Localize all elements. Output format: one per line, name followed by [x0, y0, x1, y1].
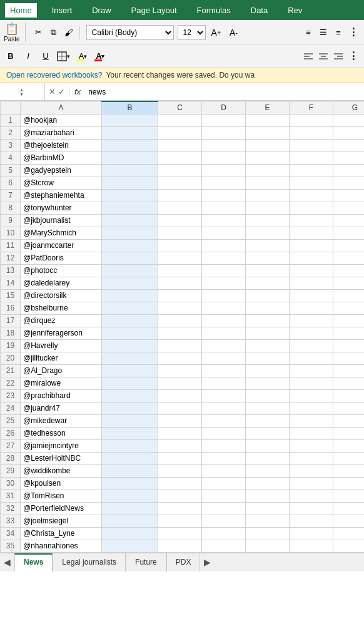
cell-E28[interactable]: [246, 452, 290, 464]
col-header-A[interactable]: A: [21, 101, 102, 114]
cell-C29[interactable]: [158, 464, 202, 477]
cell-E24[interactable]: [246, 402, 290, 414]
cell-F29[interactable]: [290, 464, 333, 477]
text-align-center-button[interactable]: [316, 49, 330, 63]
cell-B3[interactable]: [102, 139, 158, 151]
text-align-right-button[interactable]: [331, 49, 345, 63]
cell-D20[interactable]: [202, 352, 246, 364]
cell-G21[interactable]: [333, 364, 365, 377]
font-shrink-button[interactable]: A-: [227, 26, 241, 39]
cell-B19[interactable]: [102, 339, 158, 352]
cell-F5[interactable]: [290, 164, 333, 177]
copy-button[interactable]: ⧉: [47, 26, 61, 39]
cell-G33[interactable]: [333, 515, 365, 527]
cell-F13[interactable]: [290, 264, 333, 277]
cell-G7[interactable]: [333, 189, 365, 202]
highlight-color-button[interactable]: A ▾: [74, 49, 88, 63]
ribbon-tab-insert[interactable]: Insert: [47, 3, 78, 18]
cell-G35[interactable]: [333, 540, 365, 552]
cell-D17[interactable]: [202, 314, 246, 327]
cell-C1[interactable]: [158, 114, 202, 126]
cell-G27[interactable]: [333, 439, 365, 452]
cell-E5[interactable]: [246, 164, 290, 177]
cell-B8[interactable]: [102, 202, 158, 214]
cell-E26[interactable]: [246, 427, 290, 439]
cell-C5[interactable]: [158, 164, 202, 177]
col-header-B[interactable]: B: [102, 101, 158, 114]
cell-E6[interactable]: [246, 177, 290, 189]
cell-B5[interactable]: [102, 164, 158, 177]
sheet-tab-future[interactable]: Future: [126, 553, 166, 572]
cell-C9[interactable]: [158, 214, 202, 227]
cell-C6[interactable]: [158, 177, 202, 189]
cell-A25[interactable]: @mikedewar: [21, 414, 102, 427]
cell-E33[interactable]: [246, 515, 290, 527]
cell-F20[interactable]: [290, 352, 333, 364]
cell-C31[interactable]: [158, 490, 202, 502]
more-format-button[interactable]: ⋮: [346, 49, 360, 63]
cell-A22[interactable]: @miralowe: [21, 377, 102, 389]
cell-B21[interactable]: [102, 364, 158, 377]
sheet-tab-news[interactable]: News: [14, 553, 53, 572]
cell-F9[interactable]: [290, 214, 333, 227]
formula-confirm-icon[interactable]: ✓: [58, 87, 65, 96]
cell-B22[interactable]: [102, 377, 158, 389]
border-button[interactable]: ▾: [56, 49, 71, 63]
format-painter-button[interactable]: 🖌: [62, 26, 76, 39]
cell-D8[interactable]: [202, 202, 246, 214]
cell-D33[interactable]: [202, 515, 246, 527]
cell-C18[interactable]: [158, 327, 202, 339]
cell-A27[interactable]: @jamiejmcintyre: [21, 439, 102, 452]
cell-E16[interactable]: [246, 302, 290, 314]
cell-C13[interactable]: [158, 264, 202, 277]
cell-C32[interactable]: [158, 502, 202, 515]
text-align-left-button[interactable]: [301, 49, 315, 63]
ribbon-tab-pagelayout[interactable]: Page Layout: [126, 3, 182, 18]
cell-C33[interactable]: [158, 515, 202, 527]
cell-B13[interactable]: [102, 264, 158, 277]
font-size-select[interactable]: 12: [178, 25, 206, 40]
col-header-D[interactable]: D: [202, 101, 246, 114]
cell-G15[interactable]: [333, 289, 365, 302]
cell-E1[interactable]: [246, 114, 290, 126]
cell-F33[interactable]: [290, 515, 333, 527]
font-color-button[interactable]: A ▾: [92, 49, 106, 63]
cell-reference-box[interactable]: ▲ ▼: [0, 83, 45, 100]
cell-A14[interactable]: @daledelarey: [21, 277, 102, 289]
cell-A29[interactable]: @widdikombe: [21, 464, 102, 477]
cell-D32[interactable]: [202, 502, 246, 515]
cell-D29[interactable]: [202, 464, 246, 477]
cell-A5[interactable]: @gadyepstein: [21, 164, 102, 177]
cell-E32[interactable]: [246, 502, 290, 515]
cell-B29[interactable]: [102, 464, 158, 477]
cell-G16[interactable]: [333, 302, 365, 314]
cell-B23[interactable]: [102, 389, 158, 402]
cell-E7[interactable]: [246, 189, 290, 202]
cell-D7[interactable]: [202, 189, 246, 202]
cell-G28[interactable]: [333, 452, 365, 464]
cell-E31[interactable]: [246, 490, 290, 502]
cell-A12[interactable]: @PatDooris: [21, 252, 102, 264]
cell-C20[interactable]: [158, 352, 202, 364]
cell-F19[interactable]: [290, 339, 333, 352]
cell-C15[interactable]: [158, 289, 202, 302]
cell-A28[interactable]: @LesterHoltNBC: [21, 452, 102, 464]
cell-E20[interactable]: [246, 352, 290, 364]
cell-G5[interactable]: [333, 164, 365, 177]
font-grow-button[interactable]: A+: [210, 26, 223, 39]
cell-G26[interactable]: [333, 427, 365, 439]
cell-B28[interactable]: [102, 452, 158, 464]
cell-G17[interactable]: [333, 314, 365, 327]
cell-G20[interactable]: [333, 352, 365, 364]
cell-A2[interactable]: @maziarbahari: [21, 126, 102, 139]
ribbon-tab-data[interactable]: Data: [246, 3, 273, 18]
cell-A19[interactable]: @Havrelly: [21, 339, 102, 352]
cell-D21[interactable]: [202, 364, 246, 377]
cell-B10[interactable]: [102, 227, 158, 239]
col-header-C[interactable]: C: [158, 101, 202, 114]
cell-C17[interactable]: [158, 314, 202, 327]
cell-B34[interactable]: [102, 527, 158, 540]
cell-A6[interactable]: @Stcrow: [21, 177, 102, 189]
cell-G19[interactable]: [333, 339, 365, 352]
cell-A30[interactable]: @kpoulsen: [21, 477, 102, 490]
